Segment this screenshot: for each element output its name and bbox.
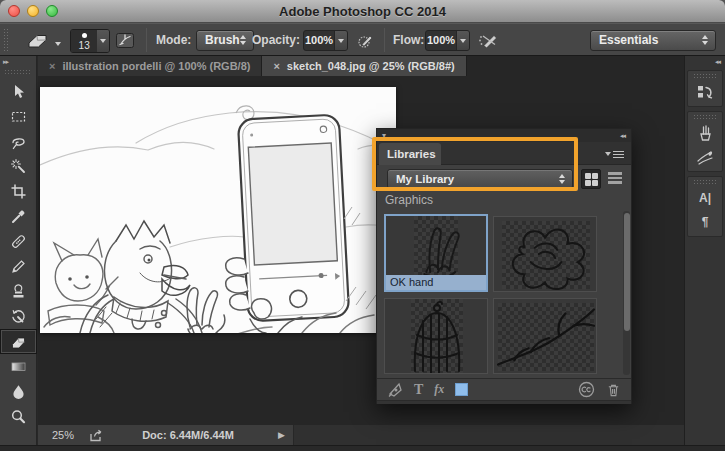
- history-panel-button[interactable]: [688, 80, 722, 104]
- opacity-dropdown-icon[interactable]: [334, 31, 347, 50]
- add-text-style-icon[interactable]: T: [414, 382, 423, 398]
- scrollbar-thumb[interactable]: [624, 213, 630, 331]
- tool-lasso[interactable]: [0, 129, 37, 154]
- tab-label: sketch_048.jpg @ 25% (RGB/8#): [287, 60, 455, 72]
- brush-size-arrow-icon[interactable]: [97, 30, 109, 52]
- divider: [146, 28, 147, 52]
- panel-menu-icon[interactable]: [605, 149, 624, 160]
- toolbar-collapse-icon[interactable]: ▸▸: [0, 56, 36, 67]
- zoom-level-field[interactable]: 25%: [52, 425, 74, 445]
- airbrush-button[interactable]: [477, 31, 501, 50]
- scribble-thumbnail: [494, 217, 597, 292]
- collapse-panel-icon[interactable]: ◂◂: [620, 129, 625, 142]
- creative-cloud-icon[interactable]: [578, 381, 595, 398]
- tool-history-brush[interactable]: [0, 304, 37, 329]
- eraser-tool-preset-icon[interactable]: [26, 32, 50, 49]
- pressure-opacity-button[interactable]: [356, 31, 376, 50]
- dock-group-type: A| ¶: [687, 176, 723, 237]
- tab-sketch-048[interactable]: ×sketch_048.jpg @ 25% (RGB/8#): [262, 56, 466, 76]
- tool-bar: ▸▸: [0, 56, 37, 445]
- libraries-panel-header[interactable]: ▾ ◂◂: [377, 129, 631, 142]
- opacity-value[interactable]: 100%: [304, 31, 334, 50]
- divider: [384, 28, 385, 52]
- window-title: Adobe Photoshop CC 2014: [0, 0, 725, 23]
- status-bar-left: 25% Doc: 6.44M/6.44M ▶: [38, 425, 294, 445]
- tool-crop[interactable]: [0, 179, 37, 204]
- dock-group-brushes: [687, 111, 723, 172]
- cage-thumbnail: [385, 299, 488, 374]
- tool-eyedropper[interactable]: [0, 204, 37, 229]
- status-expand-icon[interactable]: ▶: [278, 425, 285, 445]
- updown-arrows-icon: [702, 35, 709, 45]
- tab-libraries[interactable]: Libraries: [379, 143, 441, 165]
- library-select[interactable]: My Library: [387, 169, 573, 189]
- library-item-cage[interactable]: [384, 298, 488, 374]
- workspace-select[interactable]: Essentials: [590, 30, 716, 51]
- tool-eraser[interactable]: [0, 329, 37, 354]
- options-bar-gripper[interactable]: [3, 28, 9, 52]
- updown-arrows-icon: [559, 174, 566, 184]
- options-bar: 13 Mode: Brush Opacity: 100% Flow: 100%: [0, 23, 725, 56]
- window-bottom-edge: [0, 445, 725, 451]
- flow-field[interactable]: 100%: [425, 30, 470, 51]
- flow-label: Flow:: [393, 33, 424, 47]
- branch-thumbnail: [494, 299, 597, 374]
- opacity-field[interactable]: 100%: [303, 30, 348, 51]
- libraries-tab-row: Libraries: [377, 142, 631, 165]
- sketch-drawing: [40, 87, 396, 333]
- library-item-label: OK hand: [386, 275, 486, 290]
- tool-brush[interactable]: [0, 254, 37, 279]
- tool-blur[interactable]: [0, 379, 37, 404]
- mode-value: Brush: [205, 33, 240, 47]
- library-item-scribble[interactable]: [493, 216, 597, 292]
- tool-magic-wand[interactable]: [0, 154, 37, 179]
- tool-spot-healing-brush[interactable]: [0, 229, 37, 254]
- mode-select[interactable]: Brush: [196, 30, 254, 51]
- doc-size-info[interactable]: Doc: 6.44M/6.44M: [108, 425, 268, 445]
- dock-group-history: [687, 70, 723, 107]
- tool-gradient[interactable]: [0, 354, 37, 379]
- panel-scrollbar[interactable]: [623, 211, 630, 375]
- brush-presets-panel-button[interactable]: [688, 121, 722, 145]
- document-canvas[interactable]: [40, 87, 396, 333]
- share-icon[interactable]: [88, 428, 104, 442]
- library-item-branch[interactable]: [493, 298, 597, 374]
- add-graphic-icon[interactable]: [387, 382, 403, 398]
- brush-size-picker[interactable]: 13: [70, 29, 110, 53]
- status-bar: 25% Doc: 6.44M/6.44M ▶: [38, 425, 684, 445]
- paragraph-panel-button[interactable]: ¶: [688, 210, 722, 234]
- expand-panels-icon[interactable]: ◂◂: [685, 56, 725, 68]
- add-color-swatch[interactable]: [455, 383, 468, 396]
- flow-value[interactable]: 100%: [426, 31, 456, 50]
- panel-resize-grip[interactable]: [377, 400, 631, 404]
- grid-view-button[interactable]: [581, 169, 601, 189]
- list-view-button[interactable]: [605, 170, 625, 188]
- library-item-ok-hand[interactable]: OK hand: [384, 214, 488, 292]
- character-panel-button[interactable]: A|: [688, 186, 722, 210]
- close-icon[interactable]: ×: [49, 60, 55, 72]
- right-panel-dock: ◂◂ A| ¶: [684, 56, 725, 445]
- flow-dropdown-icon[interactable]: [456, 31, 469, 50]
- dock-gripper[interactable]: [693, 179, 717, 184]
- tool-move[interactable]: [0, 79, 37, 104]
- tool-preset-arrow-icon[interactable]: [55, 42, 61, 46]
- toggle-brush-panel-button[interactable]: [115, 31, 135, 50]
- dock-gripper[interactable]: [693, 114, 717, 119]
- tool-rectangular-marquee[interactable]: [0, 104, 37, 129]
- toolbar-gripper[interactable]: [4, 69, 32, 75]
- libraries-footer: T fx: [377, 378, 631, 400]
- dock-gripper[interactable]: [693, 73, 717, 78]
- tool-clone-stamp[interactable]: [0, 279, 37, 304]
- tab-illustration-pordelli[interactable]: ×illustration pordelli @ 100% (RGB/8): [38, 56, 262, 76]
- chevron-down-icon[interactable]: ▾: [382, 129, 386, 142]
- opacity-label: Opacity:: [252, 33, 300, 47]
- ok-hand-thumbnail: [386, 216, 486, 275]
- mode-label: Mode:: [156, 33, 191, 47]
- brush-size-value: 13: [71, 40, 97, 51]
- close-icon[interactable]: ×: [273, 60, 279, 72]
- tool-dodge[interactable]: [0, 404, 37, 429]
- add-layer-style-icon[interactable]: fx: [434, 382, 444, 397]
- trash-icon[interactable]: [606, 382, 621, 398]
- library-select-value: My Library: [396, 173, 454, 185]
- brush-panel-button[interactable]: [688, 145, 722, 169]
